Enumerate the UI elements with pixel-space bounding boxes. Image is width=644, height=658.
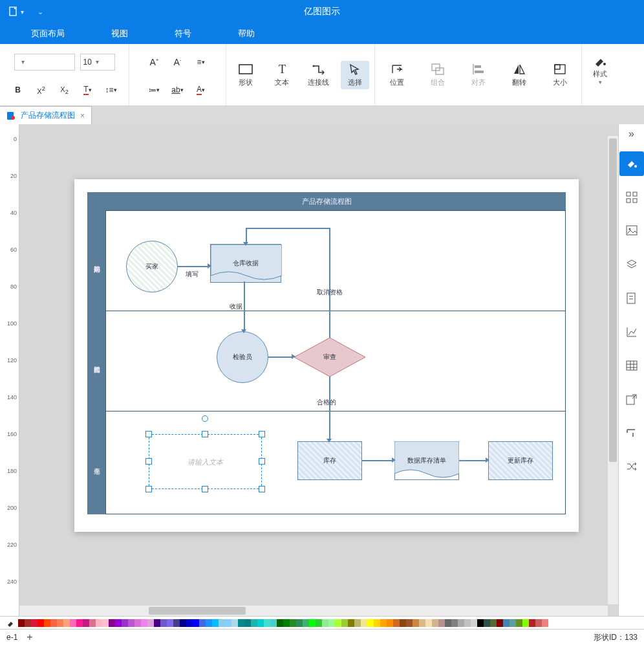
shape-tool-button[interactable]: 形状 bbox=[231, 61, 260, 89]
vertical-scroll-thumb[interactable] bbox=[609, 138, 617, 462]
sel-handle-nw[interactable] bbox=[145, 431, 152, 437]
color-swatch[interactable] bbox=[432, 619, 438, 627]
color-swatch[interactable] bbox=[38, 619, 44, 627]
color-swatch[interactable] bbox=[535, 619, 542, 627]
conn-inspector-review[interactable] bbox=[268, 356, 293, 358]
style-button[interactable]: 样式 ▾ bbox=[586, 56, 614, 84]
page[interactable]: 产品存储流程图 采购部门 质检部门 仓库 买家 仓库收据 检验员 审查 库存 bbox=[74, 179, 579, 532]
color-swatch[interactable] bbox=[180, 619, 186, 627]
color-swatch[interactable] bbox=[296, 619, 303, 627]
color-swatch[interactable] bbox=[406, 619, 413, 627]
color-swatch[interactable] bbox=[173, 619, 180, 627]
color-swatch[interactable] bbox=[154, 619, 160, 627]
increase-font-button[interactable]: A+ bbox=[144, 52, 166, 72]
color-swatch[interactable] bbox=[44, 619, 50, 627]
sel-handle-se[interactable] bbox=[259, 486, 265, 492]
color-swatch[interactable] bbox=[516, 619, 522, 627]
node-edit-list[interactable]: 数据库存清单 bbox=[394, 441, 459, 480]
color-swatch[interactable] bbox=[89, 619, 96, 627]
conn-buyer-warehouse[interactable] bbox=[178, 266, 209, 267]
bullets-button[interactable]: ≔▾ bbox=[144, 80, 166, 100]
color-swatch[interactable] bbox=[445, 619, 451, 627]
lane-label-3[interactable]: 仓库 bbox=[87, 411, 105, 514]
decrease-font-button[interactable]: A- bbox=[167, 52, 189, 72]
color-swatch[interactable] bbox=[63, 619, 70, 627]
color-swatch[interactable] bbox=[335, 619, 341, 627]
color-swatch[interactable] bbox=[361, 619, 367, 627]
color-swatch[interactable] bbox=[503, 619, 510, 627]
shapes-panel-button[interactable] bbox=[619, 185, 644, 210]
color-swatch[interactable] bbox=[141, 619, 147, 627]
color-swatch[interactable] bbox=[542, 619, 548, 627]
color-swatch[interactable] bbox=[257, 619, 264, 627]
table-panel-button[interactable] bbox=[619, 353, 644, 378]
color-swatch[interactable] bbox=[387, 619, 393, 627]
node-warehouse-receive[interactable]: 仓库收据 bbox=[210, 244, 281, 283]
color-swatch[interactable] bbox=[225, 619, 231, 627]
color-swatch[interactable] bbox=[147, 619, 154, 627]
page-indicator[interactable]: e-1 bbox=[6, 633, 17, 642]
color-swatch[interactable] bbox=[464, 619, 471, 627]
font-color-button[interactable]: A▾ bbox=[190, 80, 212, 100]
add-page-button[interactable]: + bbox=[27, 631, 32, 643]
flip-button[interactable]: 翻转 bbox=[505, 61, 533, 89]
conn-edit-update[interactable] bbox=[459, 460, 487, 461]
color-swatch[interactable] bbox=[212, 619, 219, 627]
group-button[interactable]: 组合 bbox=[424, 61, 452, 89]
color-swatch[interactable] bbox=[413, 619, 419, 627]
color-swatch[interactable] bbox=[83, 619, 89, 627]
color-swatch[interactable] bbox=[264, 619, 270, 627]
color-swatch[interactable] bbox=[25, 619, 31, 627]
horizontal-scroll-thumb[interactable] bbox=[149, 607, 246, 615]
page-panel-button[interactable] bbox=[619, 286, 644, 311]
color-swatch[interactable] bbox=[270, 619, 277, 627]
align-button[interactable]: 对齐 bbox=[464, 61, 493, 89]
node-review[interactable]: 审查 bbox=[294, 338, 365, 377]
sel-handle-s[interactable] bbox=[202, 486, 208, 492]
color-swatch[interactable] bbox=[438, 619, 445, 627]
color-swatch[interactable] bbox=[303, 619, 309, 627]
color-swatch[interactable] bbox=[199, 619, 206, 627]
format-panel-button[interactable] bbox=[619, 421, 644, 445]
color-swatch[interactable] bbox=[244, 619, 251, 627]
quickaccess-more-icon[interactable]: ⌄ bbox=[32, 3, 48, 20]
color-swatch[interactable] bbox=[484, 619, 490, 627]
color-swatch[interactable] bbox=[419, 619, 425, 627]
line-spacing-button[interactable]: ↕≡▾ bbox=[100, 80, 122, 100]
superscript-button[interactable]: X2 bbox=[30, 80, 52, 100]
color-swatch[interactable] bbox=[510, 619, 516, 627]
color-swatch[interactable] bbox=[471, 619, 477, 627]
color-swatch[interactable] bbox=[251, 619, 257, 627]
color-swatch[interactable] bbox=[122, 619, 128, 627]
conn-review-cancel-v[interactable] bbox=[329, 228, 330, 338]
connector-tool-button[interactable]: 连接线 bbox=[305, 61, 333, 89]
color-swatch[interactable] bbox=[70, 619, 76, 627]
shuffle-panel-button[interactable] bbox=[619, 454, 644, 479]
color-swatch[interactable] bbox=[128, 619, 134, 627]
color-swatch[interactable] bbox=[393, 619, 400, 627]
color-swatch[interactable] bbox=[490, 619, 497, 627]
menu-view[interactable]: 视图 bbox=[111, 28, 128, 39]
underline-button[interactable]: ab▾ bbox=[167, 80, 189, 100]
color-swatch[interactable] bbox=[497, 619, 503, 627]
size-button[interactable]: 大小 bbox=[546, 61, 574, 89]
color-swatch[interactable] bbox=[238, 619, 244, 627]
color-swatch[interactable] bbox=[50, 619, 57, 627]
color-swatch[interactable] bbox=[458, 619, 464, 627]
color-swatch[interactable] bbox=[400, 619, 406, 627]
color-swatch[interactable] bbox=[522, 619, 529, 627]
dropdown-caret-icon[interactable]: ▾ bbox=[21, 8, 24, 16]
color-swatch[interactable] bbox=[316, 619, 322, 627]
sel-handle-sw[interactable] bbox=[145, 486, 152, 492]
color-swatch[interactable] bbox=[31, 619, 38, 627]
node-buyer[interactable]: 买家 bbox=[126, 241, 178, 292]
horizontal-scrollbar[interactable] bbox=[19, 606, 608, 616]
close-tab-button[interactable]: × bbox=[80, 111, 85, 120]
color-swatch[interactable] bbox=[425, 619, 432, 627]
new-doc-icon[interactable] bbox=[5, 3, 22, 20]
sel-handle-ne[interactable] bbox=[259, 431, 265, 437]
menu-layout[interactable]: 页面布局 bbox=[31, 28, 65, 39]
color-swatch[interactable] bbox=[167, 619, 173, 627]
vertical-scrollbar[interactable] bbox=[608, 136, 618, 604]
position-button[interactable]: 位置 bbox=[383, 61, 411, 89]
